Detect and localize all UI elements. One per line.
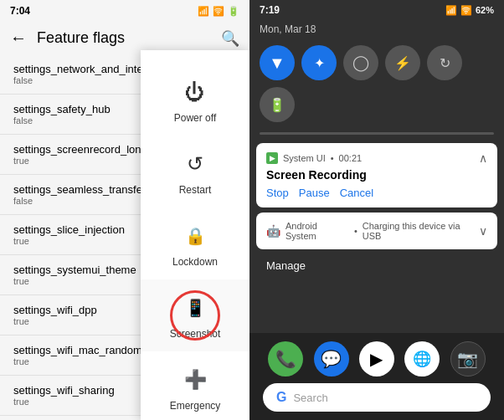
sim-icon: 📶 [198,6,209,17]
notif-app-name: System UI [283,153,326,163]
feature-name: settings_wifi_dpp [13,304,97,316]
screenshot-button[interactable]: 📱 Screenshot [141,279,249,351]
left-panel: 7:04 📶 🛜 🔋 ← Feature flags 🔍 settings_ne… [0,0,249,420]
screenshot-label: Screenshot [170,328,221,340]
power-menu: ⏻ Power off ↺ Restart 🔒 Lockdown 📱 Scree… [141,50,249,420]
pause-button[interactable]: Pause [299,187,330,199]
notif-title: Screen Recording [266,168,487,182]
feature-name: settings_wifi_sharing [13,384,115,397]
cancel-button[interactable]: Cancel [340,187,373,199]
feature-value: true [13,236,125,246]
stop-button[interactable]: Stop [266,187,289,199]
right-sim-icon: 📶 [445,5,457,16]
notif-time: 00:21 [339,153,363,163]
notif-dot: • [331,153,334,163]
google-search-bar[interactable]: G Search [263,383,491,412]
phone-app-icon[interactable]: 📞 [268,341,303,376]
camera-app-icon[interactable]: 📷 [450,341,486,376]
feature-name: settings_systemui_theme [13,264,136,276]
feature-value: false [13,115,111,125]
left-time: 7:04 [10,5,30,17]
qs-wifi-tile[interactable]: ▼ [260,45,295,80]
qs-dnd-tile[interactable]: ◯ [343,45,378,80]
screen-recording-notification[interactable]: ▶ System UI • 00:21 ∧ Screen Recording S… [256,143,497,207]
notif-actions: Stop Pause Cancel [266,187,487,199]
feature-name: settings_slice_injection [13,223,125,236]
android-dot: • [354,226,357,236]
system-ui-icon: ▶ [266,152,278,164]
notif-app: ▶ System UI • 00:21 [266,152,362,164]
qs-rotate-tile[interactable]: ↻ [427,45,462,80]
android-app-name: Android System [285,221,349,241]
feature-name: settings_safety_hub [13,103,111,115]
restart-button[interactable]: ↺ Restart [141,136,249,207]
screenshot-icon: 📱 [178,291,212,325]
power-off-icon: ⏻ [178,75,212,109]
restart-label: Restart [179,184,212,196]
restart-icon: ↺ [178,147,212,181]
google-logo: G [276,390,286,405]
bottom-dock: 📞 💬 ▶ 🌐 📷 G Search [249,333,504,420]
right-panel: 7:19 📶 🛜 62% Mon, Mar 18 ▼ ✦ ◯ ⚡ ↻ 🔋 ▶ S… [249,0,504,420]
search-icon[interactable]: 🔍 [221,29,239,48]
qs-divider [260,132,494,135]
dock-icons-row: 📞 💬 ▶ 🌐 📷 [263,341,491,376]
power-off-button[interactable]: ⏻ Power off [141,64,249,136]
right-status-icons: 📶 🛜 62% [445,5,494,16]
feature-value: true [13,316,97,326]
feature-name: settings_seamless_transfer [13,183,146,196]
android-notif-text: Charging this device via USB [363,221,479,241]
qs-battery-tile[interactable]: 🔋 [260,87,295,122]
feature-value: true [13,276,136,286]
left-status-icons: 📶 🛜 🔋 [198,6,239,17]
android-notif-header: 🤖 Android System • Charging this device … [266,221,487,241]
android-notif-expand-icon[interactable]: ∨ [479,224,487,238]
notif-header: ▶ System UI • 00:21 ∧ [266,151,487,165]
lockdown-icon: 🔒 [178,219,212,253]
quick-settings-panel: ▼ ✦ ◯ ⚡ ↻ 🔋 [249,38,504,129]
right-status-bar: 7:19 📶 🛜 62% [249,0,504,20]
battery-icon: 🔋 [228,6,239,17]
left-status-bar: 7:04 📶 🛜 🔋 [0,0,249,22]
feature-value: false [13,196,146,206]
play-store-icon[interactable]: ▶ [359,341,394,376]
right-battery-label: 62% [476,5,494,15]
page-title: Feature flags [37,29,211,47]
qs-flashlight-tile[interactable]: ⚡ [385,45,420,80]
android-system-notification[interactable]: 🤖 Android System • Charging this device … [256,213,497,249]
qs-bluetooth-tile[interactable]: ✦ [301,45,337,80]
power-off-label: Power off [174,112,216,124]
emergency-label: Emergency [170,400,221,412]
emergency-icon: ➕ [178,363,212,397]
lockdown-label: Lockdown [172,256,218,268]
manage-label: Manage [256,254,497,277]
messages-app-icon[interactable]: 💬 [314,341,349,376]
search-placeholder: Search [293,392,477,404]
wifi-status-icon: 🛜 [213,6,224,17]
right-time: 7:19 [260,4,280,16]
notification-area: ▶ System UI • 00:21 ∧ Screen Recording S… [249,138,504,333]
back-icon[interactable]: ← [10,28,27,48]
feature-value: true [13,397,115,407]
emergency-button[interactable]: ➕ Emergency [141,351,249,420]
android-system-icon: 🤖 [266,224,280,238]
chrome-app-icon[interactable]: 🌐 [404,341,440,376]
lockdown-button[interactable]: 🔒 Lockdown [141,207,249,279]
right-wifi-icon: 🛜 [460,5,472,16]
android-notif-left: 🤖 Android System • Charging this device … [266,221,479,241]
date-label: Mon, Mar 18 [249,20,504,38]
notif-expand-icon[interactable]: ∧ [479,151,487,165]
